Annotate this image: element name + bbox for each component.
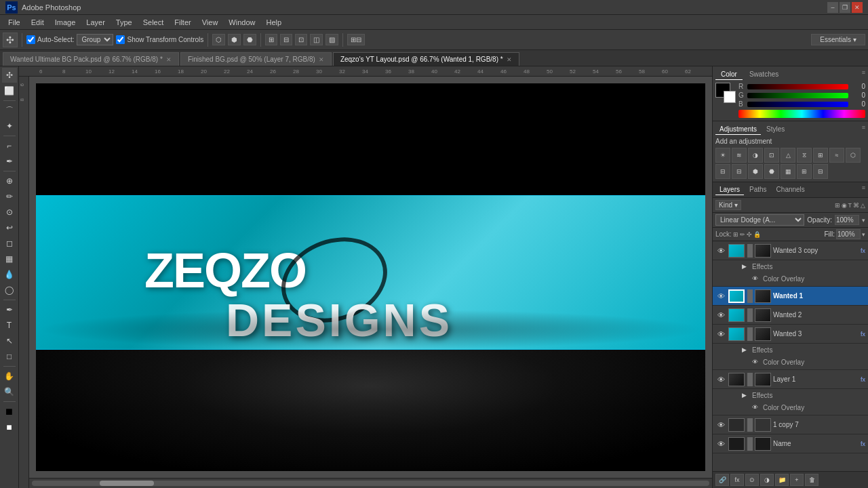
threshold-adj[interactable]: ▦ bbox=[781, 164, 795, 179]
tab-finished-bg[interactable]: Finished BG.psd @ 50% (Layer 7, RGB/8) ✕ bbox=[180, 52, 332, 66]
menu-image[interactable]: Image bbox=[50, 17, 81, 28]
layers-options-icon[interactable]: ≡ bbox=[862, 184, 865, 195]
more-btn[interactable]: ⊞⊟ bbox=[347, 34, 365, 45]
posterize-adj[interactable]: ⬣ bbox=[764, 164, 779, 179]
layer-visibility-toggle[interactable]: 👁 bbox=[715, 291, 726, 302]
menu-view[interactable]: View bbox=[197, 17, 224, 28]
panel-options-icon[interactable]: ≡ bbox=[862, 69, 865, 80]
move-tool-icon[interactable]: ✣ bbox=[3, 33, 18, 47]
horizontal-scrollbar[interactable] bbox=[29, 478, 712, 488]
exposure-adj[interactable]: ⊡ bbox=[764, 148, 779, 163]
crop-tool[interactable]: ⌐ bbox=[2, 138, 17, 153]
magic-wand-tool[interactable]: ✦ bbox=[2, 119, 17, 134]
color-spectrum-bar[interactable] bbox=[738, 110, 865, 118]
distribute5-btn[interactable]: ▨ bbox=[326, 34, 338, 45]
minimize-button[interactable]: – bbox=[827, 2, 838, 13]
blend-mode-select[interactable]: Linear Dodge (A... Normal Multiply Scree… bbox=[715, 214, 804, 226]
effect-visibility-toggle[interactable]: ▶ bbox=[738, 261, 749, 272]
distribute3-btn[interactable]: ⊡ bbox=[295, 34, 307, 45]
menu-help[interactable]: Help bbox=[260, 17, 287, 28]
menu-edit[interactable]: Edit bbox=[26, 17, 50, 28]
move-tool[interactable]: ✣ bbox=[2, 68, 17, 83]
menu-window[interactable]: Window bbox=[223, 17, 260, 28]
brightness-adj[interactable]: ☀ bbox=[715, 148, 730, 163]
layer-fx-badge[interactable]: fx bbox=[861, 331, 865, 338]
blue-slider[interactable] bbox=[747, 102, 848, 107]
tab-zeqzo-layout[interactable]: Zeqzo's YT Layout.psd @ 66.7% (Wanted 1,… bbox=[333, 52, 519, 66]
lock-transparent-icon[interactable]: ⊞ bbox=[733, 231, 738, 238]
tab-close-icon[interactable]: ✕ bbox=[507, 56, 512, 63]
layer-visibility-toggle[interactable]: 👁 bbox=[715, 329, 726, 340]
layer-item[interactable]: 👁 Wanted 3 copy fx bbox=[713, 241, 868, 260]
layer-mask-btn[interactable]: ⊙ bbox=[745, 474, 759, 486]
color-tab[interactable]: Color bbox=[715, 69, 743, 80]
menu-type[interactable]: Type bbox=[111, 17, 138, 28]
close-button[interactable]: ✕ bbox=[852, 2, 863, 13]
color-balance-adj[interactable]: ⊞ bbox=[813, 148, 828, 163]
layer-delete-btn[interactable]: 🗑 bbox=[805, 474, 818, 486]
lock-image-icon[interactable]: ✏ bbox=[740, 231, 745, 238]
distribute-btn[interactable]: ⊞ bbox=[265, 34, 277, 45]
menu-select[interactable]: Select bbox=[138, 17, 170, 28]
gradient-tool[interactable]: ▦ bbox=[2, 251, 17, 266]
align-left-btn[interactable]: ⬡ bbox=[212, 34, 225, 45]
layer-visibility-toggle[interactable]: 👁 bbox=[715, 310, 726, 321]
distribute4-btn[interactable]: ◫ bbox=[310, 34, 323, 45]
shape-tool[interactable]: □ bbox=[2, 349, 17, 364]
layer-style-btn[interactable]: fx bbox=[730, 474, 744, 486]
photo-filter-adj[interactable]: ⬡ bbox=[846, 148, 861, 163]
hue-sat-adj[interactable]: ⧖ bbox=[797, 148, 812, 163]
type-tool[interactable]: T bbox=[2, 318, 17, 333]
restore-button[interactable]: ❐ bbox=[840, 2, 850, 13]
layer-link-btn[interactable]: 🔗 bbox=[715, 474, 729, 486]
zoom-tool[interactable]: 🔍 bbox=[2, 384, 17, 399]
layer-fx-badge[interactable]: fx bbox=[861, 376, 865, 383]
effect-visibility-toggle[interactable]: ▶ bbox=[738, 344, 749, 355]
menu-filter[interactable]: Filter bbox=[169, 17, 196, 28]
foreground-color[interactable]: ■ bbox=[2, 404, 17, 419]
styles-tab[interactable]: Styles bbox=[762, 124, 789, 135]
menu-layer[interactable]: Layer bbox=[81, 17, 111, 28]
layer-icon4[interactable]: ⌘ bbox=[853, 202, 859, 209]
paths-tab[interactable]: Paths bbox=[745, 184, 771, 195]
layer-item[interactable]: 👁 Wanted 3 fx bbox=[713, 325, 868, 344]
history-tool[interactable]: ↩ bbox=[2, 220, 17, 235]
canvas-viewport[interactable]: ZEQZO DESIGNS bbox=[29, 77, 712, 478]
layer-new-btn[interactable]: + bbox=[790, 474, 804, 486]
channels-tab[interactable]: Channels bbox=[772, 184, 809, 195]
swatches-tab[interactable]: Swatches bbox=[744, 69, 784, 80]
essentials-btn[interactable]: Essentials ▾ bbox=[811, 34, 865, 45]
lock-position-icon[interactable]: ✣ bbox=[747, 231, 752, 238]
effect-visibility-toggle[interactable]: ▶ bbox=[738, 390, 749, 401]
layer-visibility-toggle[interactable]: 👁 bbox=[715, 420, 726, 430]
red-slider[interactable] bbox=[747, 84, 848, 89]
layer-visibility-toggle[interactable]: 👁 bbox=[715, 374, 726, 385]
path-select-tool[interactable]: ↖ bbox=[2, 333, 17, 348]
tab-wanted-bg[interactable]: Wanted Ultimate BG Pack.psd @ 66.7% (RGB… bbox=[3, 52, 179, 66]
layer-item[interactable]: 👁 1 copy 7 bbox=[713, 415, 868, 434]
tab-close-icon[interactable]: ✕ bbox=[166, 56, 172, 63]
layer-fx-badge[interactable]: fx bbox=[861, 247, 865, 254]
layer-item[interactable]: 👁 Name fx bbox=[713, 434, 868, 453]
blur-tool[interactable]: 💧 bbox=[2, 267, 17, 282]
show-transform-checkbox[interactable] bbox=[116, 35, 125, 44]
green-slider[interactable] bbox=[747, 93, 848, 98]
kind-filter[interactable]: Kind ▾ bbox=[715, 200, 741, 210]
menu-file[interactable]: File bbox=[3, 17, 26, 28]
hand-tool[interactable]: ✋ bbox=[2, 369, 17, 384]
adj-options-icon[interactable]: ≡ bbox=[862, 124, 865, 135]
tab-close-icon[interactable]: ✕ bbox=[319, 56, 324, 63]
layer-icon5[interactable]: △ bbox=[861, 202, 865, 209]
layer-adj-btn[interactable]: ◑ bbox=[760, 474, 774, 486]
selective-color-adj[interactable]: ⊟ bbox=[813, 164, 828, 179]
layer-visibility-toggle[interactable]: 👁 bbox=[715, 245, 726, 256]
layer-icon3[interactable]: T bbox=[848, 202, 852, 209]
align-center-btn[interactable]: ⬢ bbox=[228, 34, 241, 45]
color-lookup-adj[interactable]: ⊟ bbox=[732, 164, 747, 179]
fill-arrow[interactable]: ▾ bbox=[862, 231, 865, 238]
layer-item[interactable]: 👁 Layer 1 fx bbox=[713, 370, 868, 389]
adjustments-tab[interactable]: Adjustments bbox=[715, 124, 761, 135]
auto-select-dropdown[interactable]: Group Layer bbox=[77, 34, 113, 45]
fill-input[interactable] bbox=[836, 229, 861, 239]
eyedropper-tool[interactable]: ✒ bbox=[2, 154, 17, 169]
